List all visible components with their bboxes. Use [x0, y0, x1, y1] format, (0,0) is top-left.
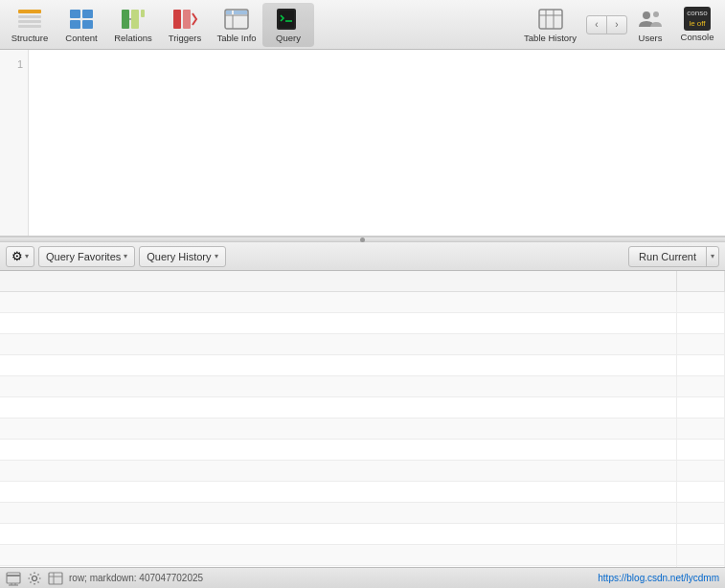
results-rows — [0, 292, 725, 567]
toolbar: Structure Content — [0, 0, 725, 50]
console-line1: conso — [687, 9, 707, 17]
svg-rect-0 — [18, 10, 41, 13]
favorites-label: Query Favorites — [46, 251, 121, 262]
nav-forward-button[interactable]: › — [606, 15, 627, 34]
svg-rect-5 — [82, 10, 93, 18]
result-cell — [0, 397, 677, 418]
editor-textarea[interactable] — [29, 50, 725, 236]
status-bar: row; markdown: 407047702025 https://blog… — [0, 567, 725, 588]
svg-rect-18 — [234, 11, 247, 14]
toolbar-label-users: Users — [639, 33, 663, 43]
result-cell — [677, 397, 725, 418]
main-area: 1 ⚙ ▾ Query Favorites ▾ Query History ▾ … — [0, 50, 725, 567]
svg-rect-9 — [131, 10, 139, 29]
svg-point-22 — [643, 11, 650, 19]
result-cell — [677, 355, 725, 375]
result-cell — [677, 313, 725, 333]
line-numbers: 1 — [0, 50, 29, 236]
toolbar-item-relations[interactable]: Relations — [107, 3, 159, 47]
structure-icon — [16, 6, 43, 33]
table-row[interactable] — [0, 503, 725, 524]
table-row[interactable] — [0, 313, 725, 334]
table-row[interactable] — [0, 418, 725, 440]
svg-rect-20 — [279, 11, 294, 28]
query-icon — [275, 6, 302, 33]
results-header — [0, 271, 725, 292]
triggers-icon — [171, 6, 198, 33]
result-cell — [677, 418, 725, 439]
table-row[interactable] — [0, 524, 725, 545]
svg-rect-28 — [7, 573, 20, 583]
svg-rect-12 — [173, 10, 181, 29]
table-row[interactable] — [0, 355, 725, 376]
toolbar-item-tableinfo[interactable]: Table Info — [211, 3, 262, 47]
svg-rect-7 — [82, 20, 93, 29]
tablehistory-icon — [537, 6, 564, 33]
table-row[interactable] — [0, 397, 725, 418]
history-label: Query History — [147, 251, 211, 262]
toolbar-label-tableinfo: Table Info — [216, 34, 256, 43]
toolbar-item-tablehistory[interactable]: Table History — [518, 3, 582, 47]
result-cell — [0, 376, 677, 396]
relations-icon — [120, 6, 147, 33]
toolbar-item-content[interactable]: Content — [56, 3, 107, 47]
toolbar-item-users[interactable]: Users — [631, 3, 669, 47]
gear-button[interactable]: ⚙ ▾ — [6, 246, 34, 267]
tableinfo-icon — [223, 6, 250, 33]
toolbar-item-structure[interactable]: Structure — [4, 3, 56, 47]
toolbar-label-console: Console — [681, 32, 714, 42]
toolbar-label-query: Query — [276, 34, 301, 43]
favorites-arrow-icon: ▾ — [124, 252, 127, 260]
result-cell — [0, 313, 677, 333]
result-cell — [677, 440, 725, 460]
toolbar-left: Structure Content — [4, 3, 518, 47]
toolbar-label-relations: Relations — [114, 34, 152, 43]
favorites-dropdown[interactable]: Query Favorites ▾ — [38, 246, 135, 267]
console-line2: le off — [689, 19, 705, 28]
result-cell — [0, 418, 677, 439]
resize-dot — [360, 237, 365, 242]
toolbar-item-query[interactable]: Query — [262, 3, 314, 47]
svg-rect-13 — [183, 10, 191, 29]
toolbar-label-structure: Structure — [11, 34, 49, 43]
svg-rect-34 — [49, 573, 62, 584]
table-row[interactable] — [0, 292, 725, 313]
status-icon-table[interactable] — [48, 571, 63, 586]
status-icon-image[interactable] — [6, 571, 21, 586]
svg-rect-1 — [18, 15, 41, 18]
table-row[interactable] — [0, 482, 725, 503]
console-badge-box: conso le off — [684, 7, 710, 31]
svg-rect-8 — [122, 10, 129, 29]
svg-rect-4 — [70, 10, 80, 18]
run-button[interactable]: Run Current ▾ — [628, 246, 719, 267]
result-cell — [0, 524, 677, 544]
results-col-header-2 — [677, 271, 725, 291]
svg-rect-11 — [141, 10, 145, 17]
svg-rect-29 — [7, 575, 20, 577]
toolbar-right: ‹ › Users — [518, 3, 721, 47]
table-row[interactable] — [0, 376, 725, 397]
history-dropdown[interactable]: Query History ▾ — [139, 246, 225, 267]
content-icon — [68, 6, 95, 33]
result-cell — [677, 292, 725, 312]
table-row[interactable] — [0, 334, 725, 355]
status-icon-gear[interactable] — [27, 571, 42, 586]
nav-back-button[interactable]: ‹ — [586, 15, 607, 34]
status-text: row; markdown: 407047702025 — [69, 573, 592, 583]
svg-rect-6 — [70, 20, 80, 29]
toolbar-item-console[interactable]: conso le off Console — [673, 3, 721, 47]
svg-rect-2 — [18, 20, 41, 23]
table-row[interactable] — [0, 440, 725, 461]
result-cell — [0, 334, 677, 354]
result-cell — [677, 524, 725, 544]
result-cell — [677, 461, 725, 481]
table-row[interactable] — [0, 461, 725, 482]
toolbar-item-triggers[interactable]: Triggers — [159, 3, 211, 47]
toolbar-label-tablehistory: Table History — [524, 33, 577, 43]
result-cell — [677, 503, 725, 523]
toolbar-label-content: Content — [65, 34, 97, 43]
table-row[interactable] — [0, 545, 725, 566]
result-cell — [0, 440, 677, 460]
results-col-header-1 — [0, 271, 677, 291]
query-bar: ⚙ ▾ Query Favorites ▾ Query History ▾ Ru… — [0, 242, 725, 271]
